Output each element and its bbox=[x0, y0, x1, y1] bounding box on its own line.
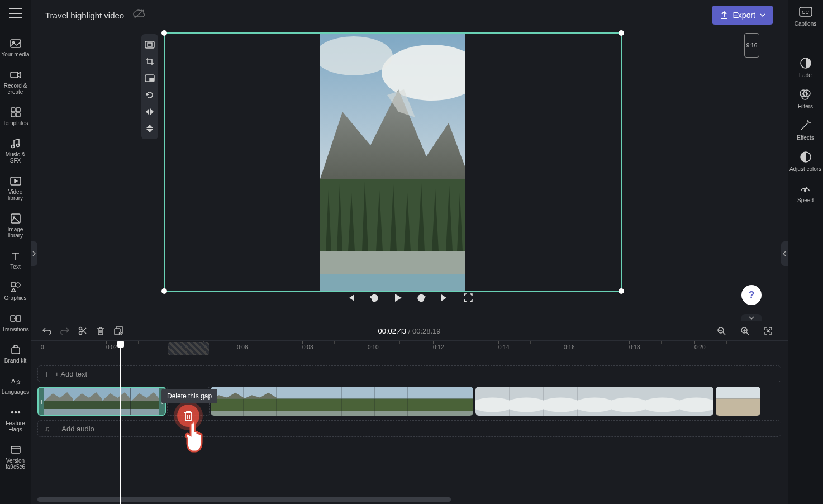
help-button[interactable]: ? bbox=[741, 285, 762, 305]
video-clip-3[interactable] bbox=[475, 387, 713, 416]
svg-rect-81 bbox=[440, 399, 473, 411]
sidebar-brand-kit[interactable]: Brand kit bbox=[0, 340, 31, 367]
play-button[interactable] bbox=[392, 292, 404, 304]
sidebar-label: Graphics bbox=[4, 295, 26, 301]
clip-thumbnail bbox=[611, 387, 645, 416]
pip-tool[interactable] bbox=[141, 70, 158, 87]
video-clip-1-selected[interactable] bbox=[37, 387, 166, 416]
svg-point-7 bbox=[11, 145, 14, 148]
rotate-tool[interactable] bbox=[141, 87, 158, 103]
text-track[interactable]: T + Add text bbox=[37, 365, 781, 382]
video-track[interactable] bbox=[37, 387, 781, 416]
sidebar-label: Record & create bbox=[0, 83, 31, 95]
redo-button[interactable] bbox=[58, 324, 72, 338]
export-button[interactable]: Export bbox=[712, 6, 773, 25]
forward-button[interactable] bbox=[415, 292, 427, 304]
total-time: 00:28.19 bbox=[412, 327, 441, 335]
video-clip-4[interactable] bbox=[716, 387, 760, 416]
project-title[interactable]: Travel highlight video bbox=[45, 11, 124, 20]
text-icon bbox=[9, 250, 22, 262]
fullscreen-button[interactable] bbox=[462, 292, 474, 304]
svg-rect-51 bbox=[73, 401, 102, 409]
clip-thumbnail bbox=[408, 387, 441, 416]
skip-back-button[interactable] bbox=[345, 292, 357, 304]
right-filters[interactable]: Filters bbox=[798, 87, 813, 110]
upload-icon bbox=[720, 11, 729, 20]
sidebar-your-media[interactable]: Your media bbox=[0, 34, 31, 61]
clip-handle-left[interactable] bbox=[39, 388, 44, 415]
left-panel-toggle[interactable] bbox=[31, 241, 37, 266]
fit-tool[interactable] bbox=[141, 36, 158, 53]
playhead[interactable] bbox=[120, 341, 121, 504]
languages-icon: A文 bbox=[9, 375, 22, 387]
sidebar-label: Languages bbox=[2, 389, 30, 395]
crop-tool[interactable] bbox=[141, 53, 158, 70]
sidebar-graphics[interactable]: Graphics bbox=[0, 278, 31, 305]
resize-handle-bl[interactable] bbox=[161, 288, 167, 294]
timeline-scrollbar[interactable] bbox=[37, 497, 451, 502]
sidebar-feature-flags[interactable]: Feature Flags bbox=[0, 403, 31, 436]
sidebar-music-sfx[interactable]: Music & SFX bbox=[0, 134, 31, 167]
sidebar-label: Image library bbox=[0, 226, 31, 239]
undo-button[interactable] bbox=[40, 324, 54, 338]
sidebar-label: Brand kit bbox=[4, 358, 26, 364]
resize-handle-tr[interactable] bbox=[619, 30, 624, 36]
video-clip-2[interactable] bbox=[211, 387, 473, 416]
effects-icon bbox=[798, 118, 812, 133]
right-adjust-colors[interactable]: Adjust colors bbox=[789, 150, 821, 172]
clip-thumbnail bbox=[716, 387, 738, 416]
right-panel-toggle[interactable] bbox=[781, 241, 788, 266]
sidebar-image-library[interactable]: Image library bbox=[0, 209, 31, 242]
sidebar-text[interactable]: Text bbox=[0, 246, 31, 273]
right-captions[interactable]: CC Captions bbox=[795, 4, 816, 27]
clip-thumbnail bbox=[645, 387, 679, 416]
delete-button[interactable] bbox=[93, 324, 108, 338]
right-label: Filters bbox=[798, 103, 813, 110]
sidebar-templates[interactable]: Templates bbox=[0, 103, 31, 130]
svg-point-90 bbox=[578, 398, 612, 412]
timeline-ruler[interactable]: 0 0:02 0:04 0:06 0:08 0:10 0:12 0:14 0:1… bbox=[31, 341, 788, 356]
sidebar-languages[interactable]: A文 Languages bbox=[0, 372, 31, 398]
right-speed[interactable]: Speed bbox=[797, 181, 814, 203]
right-effects[interactable]: Effects bbox=[797, 118, 814, 141]
zoom-in-button[interactable] bbox=[738, 324, 752, 338]
captions-icon: CC bbox=[798, 4, 813, 19]
flip-v-tool[interactable] bbox=[141, 120, 158, 137]
skip-forward-button[interactable] bbox=[439, 292, 451, 304]
resize-handle-br[interactable] bbox=[619, 288, 624, 294]
svg-rect-54 bbox=[102, 401, 131, 409]
sidebar-version[interactable]: Version fa9c5c6 bbox=[0, 440, 31, 473]
hamburger-menu[interactable] bbox=[9, 8, 22, 18]
svg-rect-12 bbox=[11, 283, 15, 287]
svg-rect-70 bbox=[309, 411, 342, 416]
canvas-area: 9:16 ? bbox=[31, 30, 788, 321]
flip-h-tool[interactable] bbox=[141, 103, 158, 120]
zoom-fit-button[interactable] bbox=[761, 324, 776, 338]
duplicate-button[interactable] bbox=[111, 324, 126, 338]
aspect-ratio-button[interactable]: 9:16 bbox=[744, 33, 759, 58]
sidebar-transitions[interactable]: Transitions bbox=[0, 309, 31, 336]
fade-icon bbox=[798, 56, 813, 70]
tooltip-text: Delete this gap bbox=[167, 392, 212, 400]
svg-point-88 bbox=[544, 398, 578, 412]
clip-thumbnail bbox=[679, 387, 713, 416]
preview-video-frame bbox=[320, 34, 465, 291]
playback-controls bbox=[345, 292, 474, 304]
sidebar-label: Text bbox=[10, 264, 20, 270]
cloud-sync-off-icon[interactable] bbox=[133, 9, 144, 21]
split-button[interactable] bbox=[75, 324, 90, 338]
right-fade[interactable]: Fade bbox=[798, 56, 813, 78]
preview-frame[interactable] bbox=[164, 32, 622, 292]
audio-track[interactable]: ♫ + Add audio bbox=[37, 420, 781, 437]
rewind-button[interactable] bbox=[368, 292, 380, 304]
ruler-mark: 0:06 bbox=[237, 344, 248, 350]
transitions-icon bbox=[9, 312, 22, 325]
clip-thumbnail bbox=[102, 388, 131, 415]
sidebar-video-library[interactable]: Video library bbox=[0, 172, 31, 205]
resize-handle-tl[interactable] bbox=[161, 30, 167, 36]
zoom-out-button[interactable] bbox=[714, 324, 729, 338]
ruler-mark: 0:08 bbox=[302, 344, 313, 350]
svg-rect-49 bbox=[44, 409, 73, 415]
clip-thumbnail bbox=[738, 387, 760, 416]
sidebar-record-create[interactable]: Record & create bbox=[0, 65, 31, 98]
